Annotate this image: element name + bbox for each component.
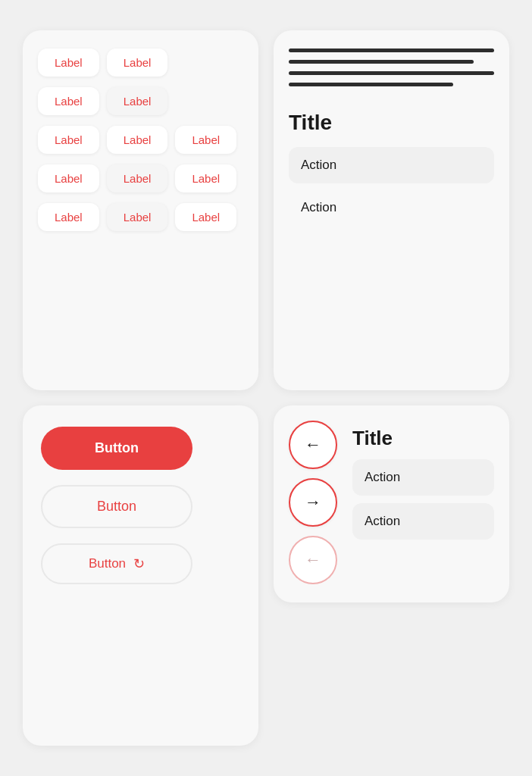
menu-line-2 — [289, 60, 474, 64]
chip-row-4: Label Label Label — [38, 164, 243, 192]
left-arrow-icon: ← — [305, 435, 321, 455]
right-arrow-icon: → — [305, 493, 321, 512]
arrow-column: ← → ← — [289, 421, 337, 584]
chip-5-2[interactable]: Label — [107, 203, 168, 231]
menu-top-card: Title Action Action — [274, 30, 509, 390]
menu-top-title: Title — [289, 111, 494, 135]
label-card: Label Label Label Label Label Label Labe… — [23, 30, 258, 390]
chip-3-2[interactable]: Label — [107, 126, 168, 154]
menu-top-action-1[interactable]: Action — [289, 147, 494, 183]
primary-button[interactable]: Button — [41, 427, 192, 470]
menu-line-3 — [289, 71, 494, 75]
chip-1-2[interactable]: Label — [107, 48, 168, 77]
chip-2-2[interactable]: Label — [107, 87, 168, 115]
arrows-menu-card: ← → ← Title Action Action — [274, 405, 509, 602]
arrow-left-disabled-button: ← — [289, 536, 337, 584]
chip-3-1[interactable]: Label — [38, 126, 99, 154]
page-container: Label Label Label Label Label Label Labe… — [0, 0, 532, 776]
refresh-icon: ↻ — [133, 555, 145, 572]
chip-5-3[interactable]: Label — [175, 203, 236, 231]
arrow-left-button[interactable]: ← — [289, 421, 337, 469]
chip-5-1[interactable]: Label — [38, 203, 99, 231]
menu-bottom-title: Title — [352, 427, 494, 450]
bottom-menu-section: Title Action Action — [352, 421, 494, 540]
chip-1-1[interactable]: Label — [38, 48, 99, 77]
menu-line-4 — [289, 83, 453, 86]
chip-row-1: Label Label — [38, 48, 243, 77]
menu-bottom-action-2[interactable]: Action — [352, 503, 494, 540]
left-arrow-disabled-icon: ← — [305, 550, 321, 570]
menu-top-action-2[interactable]: Action — [289, 196, 494, 220]
menu-line-1 — [289, 48, 494, 52]
chip-4-3[interactable]: Label — [175, 164, 236, 192]
arrow-right-button[interactable]: → — [289, 478, 337, 527]
buttons-card: Button Button Button ↻ — [23, 405, 258, 746]
chip-row-5: Label Label Label — [38, 203, 243, 231]
outline-button[interactable]: Button — [41, 485, 192, 528]
chip-3-3[interactable]: Label — [175, 126, 236, 154]
chip-row-3: Label Label Label — [38, 126, 243, 154]
menu-lines — [289, 48, 494, 86]
bottom-right-section: ← → ← Title Action Action — [274, 405, 509, 746]
chip-4-2[interactable]: Label — [107, 164, 168, 192]
icon-button-label: Button — [89, 556, 126, 571]
chip-4-1[interactable]: Label — [38, 164, 99, 192]
chip-2-1[interactable]: Label — [38, 87, 99, 115]
icon-button[interactable]: Button ↻ — [41, 543, 192, 584]
chip-row-2: Label Label — [38, 87, 243, 115]
menu-bottom-action-1[interactable]: Action — [352, 459, 494, 496]
